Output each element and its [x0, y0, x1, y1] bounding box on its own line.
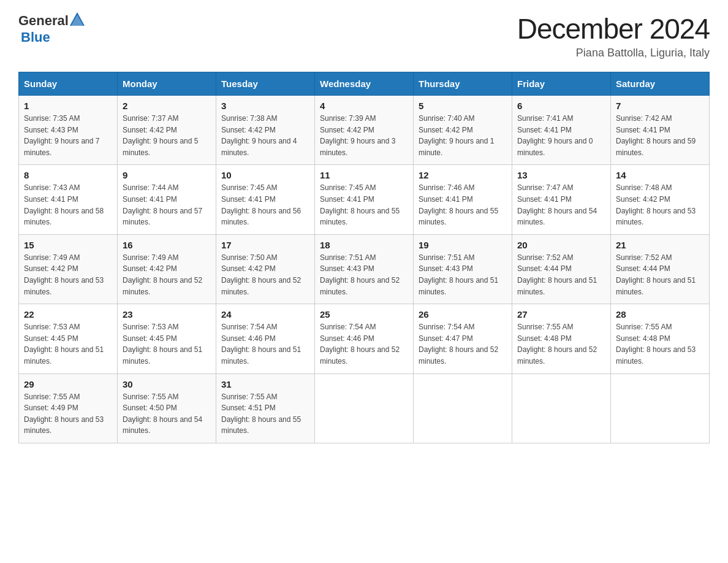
- col-wednesday: Wednesday: [315, 72, 414, 96]
- calendar-day-cell: 29Sunrise: 7:55 AMSunset: 4:49 PMDayligh…: [19, 373, 118, 443]
- calendar-day-cell: 26Sunrise: 7:54 AMSunset: 4:47 PMDayligh…: [414, 304, 512, 373]
- calendar-day-cell: 15Sunrise: 7:49 AMSunset: 4:42 PMDayligh…: [19, 234, 118, 304]
- location-subtitle: Piana Battolla, Liguria, Italy: [517, 47, 710, 59]
- calendar-day-cell: 28Sunrise: 7:55 AMSunset: 4:48 PMDayligh…: [611, 304, 710, 373]
- day-number: 21: [616, 240, 704, 250]
- day-info: Sunrise: 7:54 AMSunset: 4:46 PMDaylight:…: [320, 321, 408, 367]
- day-info: Sunrise: 7:41 AMSunset: 4:41 PMDaylight:…: [517, 113, 605, 158]
- calendar-day-cell: [315, 373, 414, 443]
- calendar-day-cell: 17Sunrise: 7:50 AMSunset: 4:42 PMDayligh…: [216, 234, 315, 304]
- day-info: Sunrise: 7:45 AMSunset: 4:41 PMDaylight:…: [221, 182, 309, 228]
- month-title: December 2024: [517, 12, 710, 45]
- weekday-header-row: Sunday Monday Tuesday Wednesday Thursday…: [19, 72, 710, 96]
- day-info: Sunrise: 7:53 AMSunset: 4:45 PMDaylight:…: [24, 321, 112, 367]
- col-monday: Monday: [118, 72, 216, 96]
- calendar-day-cell: 20Sunrise: 7:52 AMSunset: 4:44 PMDayligh…: [512, 234, 611, 304]
- day-number: 1: [24, 101, 112, 111]
- day-number: 3: [221, 101, 309, 111]
- calendar-day-cell: 19Sunrise: 7:51 AMSunset: 4:43 PMDayligh…: [414, 234, 512, 304]
- calendar-week-row: 8Sunrise: 7:43 AMSunset: 4:41 PMDaylight…: [19, 165, 710, 234]
- calendar-day-cell: 12Sunrise: 7:46 AMSunset: 4:41 PMDayligh…: [414, 165, 512, 234]
- day-number: 29: [24, 379, 112, 389]
- day-info: Sunrise: 7:35 AMSunset: 4:43 PMDaylight:…: [24, 113, 112, 158]
- day-number: 12: [419, 170, 507, 180]
- day-info: Sunrise: 7:55 AMSunset: 4:49 PMDaylight:…: [24, 391, 112, 437]
- calendar-day-cell: 10Sunrise: 7:45 AMSunset: 4:41 PMDayligh…: [216, 165, 315, 234]
- day-info: Sunrise: 7:44 AMSunset: 4:41 PMDaylight:…: [123, 182, 211, 228]
- calendar-week-row: 22Sunrise: 7:53 AMSunset: 4:45 PMDayligh…: [19, 304, 710, 373]
- day-number: 15: [24, 240, 112, 250]
- day-info: Sunrise: 7:53 AMSunset: 4:45 PMDaylight:…: [123, 321, 211, 367]
- day-number: 31: [221, 379, 309, 389]
- day-number: 28: [616, 309, 704, 320]
- page-header: General Blue December 2024 Piana Battoll…: [18, 12, 710, 59]
- logo: General Blue: [18, 12, 86, 45]
- day-number: 19: [419, 240, 507, 250]
- col-saturday: Saturday: [611, 72, 710, 96]
- day-info: Sunrise: 7:55 AMSunset: 4:50 PMDaylight:…: [123, 391, 211, 437]
- calendar-day-cell: [512, 373, 611, 443]
- calendar-day-cell: 14Sunrise: 7:48 AMSunset: 4:42 PMDayligh…: [611, 165, 710, 234]
- logo-icon: [69, 11, 86, 28]
- col-tuesday: Tuesday: [216, 72, 315, 96]
- logo-text-general: General: [18, 13, 69, 29]
- day-info: Sunrise: 7:52 AMSunset: 4:44 PMDaylight:…: [616, 252, 704, 297]
- day-info: Sunrise: 7:43 AMSunset: 4:41 PMDaylight:…: [24, 182, 112, 228]
- day-number: 13: [517, 170, 605, 180]
- day-number: 16: [123, 240, 211, 250]
- day-number: 8: [24, 170, 112, 180]
- calendar-day-cell: 24Sunrise: 7:54 AMSunset: 4:46 PMDayligh…: [216, 304, 315, 373]
- calendar-day-cell: 21Sunrise: 7:52 AMSunset: 4:44 PMDayligh…: [611, 234, 710, 304]
- day-info: Sunrise: 7:54 AMSunset: 4:47 PMDaylight:…: [419, 321, 507, 367]
- day-info: Sunrise: 7:42 AMSunset: 4:41 PMDaylight:…: [616, 113, 704, 158]
- calendar-day-cell: 4Sunrise: 7:39 AMSunset: 4:42 PMDaylight…: [315, 96, 414, 165]
- day-number: 30: [123, 379, 211, 389]
- col-sunday: Sunday: [19, 72, 118, 96]
- day-info: Sunrise: 7:50 AMSunset: 4:42 PMDaylight:…: [221, 252, 309, 297]
- day-number: 27: [517, 309, 605, 320]
- calendar-week-row: 29Sunrise: 7:55 AMSunset: 4:49 PMDayligh…: [19, 373, 710, 443]
- calendar-day-cell: 18Sunrise: 7:51 AMSunset: 4:43 PMDayligh…: [315, 234, 414, 304]
- calendar-day-cell: 6Sunrise: 7:41 AMSunset: 4:41 PMDaylight…: [512, 96, 611, 165]
- calendar-day-cell: 25Sunrise: 7:54 AMSunset: 4:46 PMDayligh…: [315, 304, 414, 373]
- calendar-day-cell: 22Sunrise: 7:53 AMSunset: 4:45 PMDayligh…: [19, 304, 118, 373]
- day-number: 4: [320, 101, 408, 111]
- day-number: 6: [517, 101, 605, 111]
- calendar-week-row: 15Sunrise: 7:49 AMSunset: 4:42 PMDayligh…: [19, 234, 710, 304]
- calendar-table: Sunday Monday Tuesday Wednesday Thursday…: [18, 72, 710, 443]
- calendar-day-cell: 16Sunrise: 7:49 AMSunset: 4:42 PMDayligh…: [118, 234, 216, 304]
- day-number: 24: [221, 309, 309, 320]
- day-number: 5: [419, 101, 507, 111]
- calendar-day-cell: 8Sunrise: 7:43 AMSunset: 4:41 PMDaylight…: [19, 165, 118, 234]
- calendar-day-cell: [414, 373, 512, 443]
- day-info: Sunrise: 7:46 AMSunset: 4:41 PMDaylight:…: [419, 182, 507, 228]
- day-info: Sunrise: 7:55 AMSunset: 4:48 PMDaylight:…: [616, 321, 704, 367]
- day-number: 23: [123, 309, 211, 320]
- day-info: Sunrise: 7:37 AMSunset: 4:42 PMDaylight:…: [123, 113, 211, 158]
- day-number: 10: [221, 170, 309, 180]
- day-number: 17: [221, 240, 309, 250]
- day-info: Sunrise: 7:39 AMSunset: 4:42 PMDaylight:…: [320, 113, 408, 158]
- calendar-day-cell: 7Sunrise: 7:42 AMSunset: 4:41 PMDaylight…: [611, 96, 710, 165]
- day-number: 14: [616, 170, 704, 180]
- day-info: Sunrise: 7:54 AMSunset: 4:46 PMDaylight:…: [221, 321, 309, 367]
- day-info: Sunrise: 7:49 AMSunset: 4:42 PMDaylight:…: [123, 252, 211, 297]
- day-info: Sunrise: 7:55 AMSunset: 4:48 PMDaylight:…: [517, 321, 605, 367]
- day-number: 9: [123, 170, 211, 180]
- day-info: Sunrise: 7:38 AMSunset: 4:42 PMDaylight:…: [221, 113, 309, 158]
- calendar-day-cell: 13Sunrise: 7:47 AMSunset: 4:41 PMDayligh…: [512, 165, 611, 234]
- calendar-header: Sunday Monday Tuesday Wednesday Thursday…: [19, 72, 710, 96]
- calendar-day-cell: 31Sunrise: 7:55 AMSunset: 4:51 PMDayligh…: [216, 373, 315, 443]
- calendar-day-cell: 23Sunrise: 7:53 AMSunset: 4:45 PMDayligh…: [118, 304, 216, 373]
- calendar-week-row: 1Sunrise: 7:35 AMSunset: 4:43 PMDaylight…: [19, 96, 710, 165]
- calendar-day-cell: 1Sunrise: 7:35 AMSunset: 4:43 PMDaylight…: [19, 96, 118, 165]
- calendar-day-cell: [611, 373, 710, 443]
- calendar-day-cell: 3Sunrise: 7:38 AMSunset: 4:42 PMDaylight…: [216, 96, 315, 165]
- logo-text-blue: Blue: [21, 29, 50, 45]
- calendar-day-cell: 2Sunrise: 7:37 AMSunset: 4:42 PMDaylight…: [118, 96, 216, 165]
- day-number: 22: [24, 309, 112, 320]
- day-number: 7: [616, 101, 704, 111]
- day-number: 20: [517, 240, 605, 250]
- calendar-day-cell: 11Sunrise: 7:45 AMSunset: 4:41 PMDayligh…: [315, 165, 414, 234]
- title-block: December 2024 Piana Battolla, Liguria, I…: [517, 12, 710, 59]
